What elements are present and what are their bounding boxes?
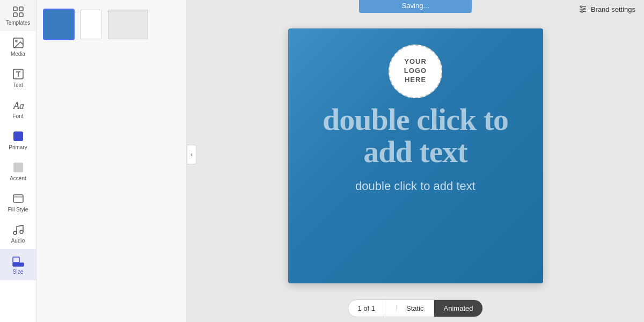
svg-rect-1	[19, 7, 23, 11]
sidebar-label-font: Font	[12, 113, 23, 119]
play-button[interactable]	[385, 305, 397, 311]
svg-rect-16	[13, 257, 19, 262]
headline-text[interactable]: double click to add text	[310, 104, 522, 169]
brand-settings-label: Brand settings	[591, 5, 635, 13]
playback-controls: 1 of 1 Static Animated	[348, 299, 484, 317]
thumbnail-1[interactable]	[43, 9, 75, 40]
sidebar-label-primary: Primary	[9, 144, 27, 150]
sub-text[interactable]: double click to add text	[355, 177, 475, 195]
svg-text:Aa: Aa	[13, 100, 24, 111]
sidebar-label-audio: Audio	[11, 238, 25, 244]
thumbnail-3[interactable]	[107, 9, 149, 40]
svg-rect-0	[13, 7, 17, 11]
sidebar-item-audio[interactable]: Audio	[0, 218, 36, 249]
svg-point-15	[20, 230, 23, 233]
brand-settings-button[interactable]: Brand settings	[578, 4, 635, 14]
sidebar-item-fill-style[interactable]: Fill Style	[0, 187, 36, 218]
main-area: Saving... Brand settings YOUR LOGO HERE …	[187, 0, 644, 322]
sidebar-label-text: Text	[13, 82, 23, 88]
sidebar-item-font[interactable]: Aa Font	[0, 93, 36, 125]
page-indicator: 1 of 1	[348, 300, 386, 317]
logo-placeholder[interactable]: YOUR LOGO HERE	[389, 45, 442, 98]
svg-point-21	[580, 6, 582, 8]
sidebar-item-text[interactable]: Text	[0, 62, 36, 93]
svg-point-5	[16, 40, 17, 42]
sidebar-item-media[interactable]: Media	[0, 31, 36, 62]
sidebar-item-primary[interactable]: Primary	[0, 125, 36, 156]
sidebar-label-fill-style: Fill Style	[8, 207, 28, 213]
sidebar-label-accent: Accent	[10, 175, 26, 181]
collapse-panel-button[interactable]: ‹	[187, 145, 196, 164]
brand-settings-icon	[578, 4, 588, 14]
svg-rect-17	[13, 263, 24, 266]
sidebar-label-media: Media	[11, 51, 25, 57]
sidebar-label-size: Size	[13, 269, 23, 275]
thumbnail-strip	[36, 0, 187, 322]
svg-point-22	[583, 9, 585, 10]
design-canvas[interactable]: YOUR LOGO HERE double click to add text …	[288, 28, 543, 283]
svg-rect-10	[13, 131, 23, 141]
svg-rect-3	[19, 13, 23, 17]
thumbnail-2[interactable]	[79, 9, 103, 40]
sidebar-item-size[interactable]: Size	[0, 249, 36, 280]
bottom-bar: 1 of 1 Static Animated	[187, 294, 644, 322]
logo-line1: YOUR	[404, 57, 427, 67]
sidebar: Templates Media Text Aa Font Primary	[0, 0, 36, 322]
saving-indicator: Saving...	[359, 0, 472, 13]
sidebar-label-templates: Templates	[6, 20, 31, 26]
svg-rect-12	[13, 195, 23, 202]
logo-line3: HERE	[405, 76, 426, 85]
svg-rect-11	[13, 163, 23, 172]
sidebar-item-templates[interactable]: Templates	[0, 0, 36, 31]
svg-rect-2	[13, 13, 17, 17]
canvas-container: YOUR LOGO HERE double click to add text …	[187, 0, 644, 322]
logo-line2: LOGO	[404, 67, 427, 76]
animated-button[interactable]: Animated	[434, 300, 483, 317]
top-bar: Saving...	[187, 0, 644, 11]
svg-point-23	[581, 11, 583, 12]
static-button[interactable]: Static	[397, 300, 434, 317]
sidebar-item-accent[interactable]: Accent	[0, 156, 36, 187]
svg-point-14	[13, 231, 17, 235]
